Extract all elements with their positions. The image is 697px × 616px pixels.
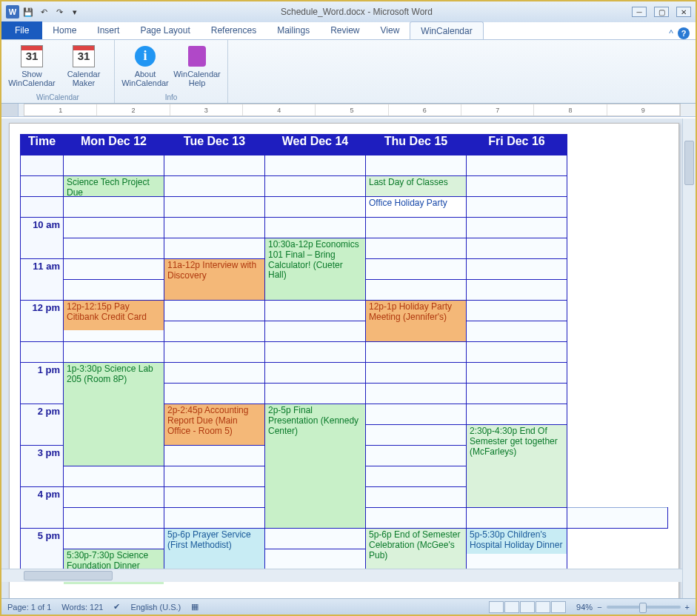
cell[interactable] (467, 384, 567, 404)
cell[interactable]: 11a-12p Interview with Discovery (164, 259, 265, 301)
event-economics-final[interactable]: 10:30a-12p Economics 101 Final – Bring C… (265, 238, 365, 300)
cell[interactable] (64, 529, 164, 549)
cell[interactable]: 12p-1p Holiday Party Meeting (Jennifer's… (366, 301, 467, 342)
cell[interactable] (366, 155, 467, 176)
cell[interactable] (366, 466, 467, 487)
cell[interactable] (366, 218, 467, 238)
save-icon[interactable]: 💾 (21, 5, 35, 19)
cell[interactable] (64, 259, 164, 280)
cell[interactable] (467, 238, 567, 259)
cell[interactable] (467, 363, 567, 384)
cell[interactable] (366, 404, 467, 425)
page[interactable]: Time Mon Dec 12 Tue Dec 13 Wed Dec 14 Th… (9, 123, 679, 598)
status-page[interactable]: Page: 1 of 1 (7, 603, 51, 612)
cell[interactable] (164, 238, 265, 259)
cell[interactable]: 12p-12:15p Pay Citibank Credit Card (64, 301, 164, 342)
cell[interactable]: 10:30a-12p Economics 101 Final – Bring C… (265, 238, 366, 301)
cell[interactable] (366, 280, 467, 301)
horizontal-ruler[interactable]: 1 2 3 4 5 6 7 8 9 (1, 104, 696, 117)
cell[interactable] (64, 280, 164, 301)
cell[interactable]: 5p-5:30p Children's Hospital Holiday Din… (467, 529, 567, 570)
event-holiday-meeting[interactable]: 12p-1p Holiday Party Meeting (Jennifer's… (366, 301, 466, 341)
cell[interactable] (366, 425, 467, 446)
event-last-day[interactable]: Last Day of Classes (366, 176, 466, 196)
cell[interactable] (164, 301, 265, 321)
minimize-button[interactable]: ─ (632, 7, 647, 17)
cell[interactable] (467, 259, 567, 280)
cell[interactable] (366, 446, 467, 466)
status-insert-icon[interactable]: ▦ (191, 602, 199, 612)
help-icon[interactable]: ? (678, 27, 690, 39)
show-wincalendar-button[interactable]: 31 Show WinCalendar (9, 43, 55, 92)
cell[interactable] (265, 321, 366, 342)
cell[interactable] (164, 363, 265, 384)
cell[interactable] (64, 197, 164, 218)
view-draft-button[interactable] (551, 601, 566, 613)
status-words[interactable]: Words: 121 (61, 603, 103, 612)
cell[interactable] (467, 404, 567, 425)
cell[interactable]: 2:30p-4:30p End Of Semester get together… (467, 425, 567, 508)
status-language[interactable]: English (U.S.) (130, 603, 181, 612)
horizontal-scrollbar[interactable] (1, 569, 682, 582)
cell[interactable] (366, 508, 467, 529)
zoom-slider[interactable] (607, 606, 681, 609)
cell[interactable] (366, 342, 467, 363)
scrollbar-thumb[interactable] (684, 141, 694, 185)
cell[interactable] (467, 280, 567, 301)
cell[interactable]: 2p-2:45p Accounting Report Due (Main Off… (164, 404, 265, 446)
view-print-layout-button[interactable] (489, 601, 504, 613)
cell[interactable] (64, 155, 164, 176)
cell[interactable] (467, 155, 567, 176)
wincalendar-help-button[interactable]: WinCalendar Help (174, 43, 220, 92)
cell[interactable] (467, 197, 567, 218)
cell[interactable]: Office Holiday Party (366, 197, 467, 218)
cell[interactable] (366, 363, 467, 384)
cell[interactable] (467, 508, 567, 529)
cell[interactable] (366, 384, 467, 404)
tab-wincalendar[interactable]: WinCalendar (410, 21, 483, 39)
tab-file[interactable]: File (1, 21, 42, 39)
cell[interactable]: Last Day of Classes (366, 176, 467, 197)
event-science-project[interactable]: Science Tech Project Due (64, 176, 164, 196)
cell[interactable] (64, 508, 164, 529)
tab-home[interactable]: Home (42, 21, 87, 39)
zoom-in-button[interactable]: + (685, 603, 690, 612)
cell[interactable]: 5p-6p End of Semester Celebration (McGee… (366, 529, 467, 570)
cell[interactable] (366, 238, 467, 259)
redo-icon[interactable]: ↷ (53, 5, 66, 19)
view-full-screen-button[interactable] (504, 601, 519, 613)
cell[interactable] (164, 176, 265, 197)
cell[interactable] (164, 218, 265, 238)
maximize-button[interactable]: ▢ (654, 7, 669, 17)
cell[interactable] (64, 218, 164, 238)
cell[interactable] (265, 342, 366, 363)
minimize-ribbon-icon[interactable]: ^ (669, 28, 673, 38)
cell[interactable] (64, 487, 164, 508)
view-web-layout-button[interactable] (520, 601, 535, 613)
cell[interactable] (64, 342, 164, 363)
tab-mailings[interactable]: Mailings (267, 21, 320, 39)
tab-insert[interactable]: Insert (87, 21, 130, 39)
cell[interactable] (366, 259, 467, 280)
event-prayer-service[interactable]: 5p-6p Prayer Service (First Methodist) (164, 529, 264, 569)
event-science-lab[interactable]: 1p-3:30p Science Lab 205 (Room 8P) (64, 363, 164, 466)
close-button[interactable]: ✕ (676, 7, 691, 17)
view-outline-button[interactable] (536, 601, 550, 613)
cell[interactable] (265, 155, 366, 176)
cell[interactable] (164, 321, 265, 342)
zoom-out-button[interactable]: − (597, 603, 601, 612)
event-holiday-party[interactable]: Office Holiday Party (366, 197, 466, 217)
cell[interactable]: 5:30p-7:30p Science Foundation Dinner (64, 549, 164, 570)
event-final-presentation[interactable]: 2p-5p Final Presentation (Kennedy Center… (265, 404, 365, 528)
cell[interactable] (265, 549, 366, 570)
cell[interactable]: 2p-5p Final Presentation (Kennedy Center… (265, 404, 366, 529)
event-interview[interactable]: 11a-12p Interview with Discovery (164, 259, 264, 300)
cell[interactable] (265, 218, 366, 238)
cell[interactable] (567, 508, 668, 529)
cell[interactable] (164, 446, 265, 466)
tab-page-layout[interactable]: Page Layout (130, 21, 200, 39)
cell[interactable] (164, 197, 265, 218)
cell[interactable] (265, 197, 366, 218)
cell[interactable]: 5p-6p Prayer Service (First Methodist) (164, 529, 265, 570)
event-childrens-hospital[interactable]: 5p-5:30p Children's Hospital Holiday Din… (467, 529, 567, 554)
